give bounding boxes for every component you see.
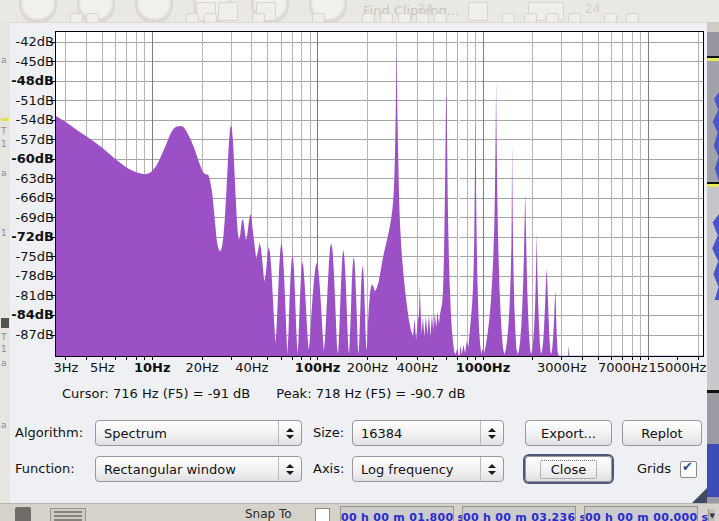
track-text-fragment: T — [1, 332, 7, 342]
spinner-arrows-icon[interactable] — [278, 457, 301, 481]
track-border-fragment — [1, 118, 9, 121]
small-tool-ghost — [312, 13, 325, 22]
x-tick-label: 5Hz — [90, 360, 115, 375]
peak-readout: Peak: 718 Hz (F5) = -90.7 dB — [276, 386, 465, 401]
export-button-label: Export... — [541, 426, 596, 441]
small-tool-ghost — [434, 13, 447, 22]
tool-button-ghost — [468, 2, 488, 21]
waveform-fragment — [707, 444, 719, 497]
function-value: Rectangular window — [96, 462, 278, 477]
track-text-fragment: T — [1, 126, 7, 136]
track-text-fragment: a — [1, 358, 7, 368]
function-label: Function: — [15, 456, 75, 482]
resize-grip-icon[interactable] — [692, 488, 707, 503]
background-top-toolbar: Find Clipping... 24 24 — [0, 0, 719, 22]
small-tool-ghost — [380, 13, 393, 22]
algorithm-label: Algorithm: — [15, 420, 83, 446]
spinner-arrows-icon[interactable] — [480, 421, 503, 445]
track-text-fragment: a — [1, 420, 7, 430]
algorithm-value: Spectrum — [96, 426, 278, 441]
spinner-arrows-icon[interactable] — [480, 457, 503, 481]
checkmark-icon: ✔ — [682, 459, 693, 474]
spectrum-plot[interactable] — [45, 26, 711, 366]
grids-label: Grids — [637, 456, 671, 482]
toolbar-icon-fragment — [50, 508, 86, 521]
screen: Find Clipping... 24 24 a T 1 a 1 T 1 a a — [0, 0, 719, 521]
x-tick-label: 7000Hz — [598, 360, 648, 375]
time-value: 00 h 00 m 03.236 s — [463, 511, 586, 521]
transport-button-ghost — [19, 0, 57, 22]
size-select[interactable]: 16384 — [352, 420, 504, 446]
small-tool-ghost — [524, 13, 537, 22]
time-field[interactable]: 00 h 00 m 01.800 s ▼ — [340, 506, 454, 521]
background-bottom-toolbar: Snap To 00 h 00 m 01.800 s ▼ 00 h 00 m 0… — [0, 503, 719, 521]
small-tool-ghost — [416, 13, 429, 22]
replot-button[interactable]: Replot — [622, 420, 702, 446]
snap-to-label: Snap To — [245, 507, 292, 521]
time-value: 00 h 00 m 00.000 s — [585, 511, 708, 521]
tool-button-ghost — [218, 2, 238, 21]
x-tick-label: 3000Hz — [537, 360, 587, 375]
x-tick-label: 3Hz — [53, 360, 78, 375]
chevron-down-icon[interactable]: ▼ — [708, 509, 714, 521]
size-label: Size: — [313, 420, 344, 446]
x-tick-label: 40Hz — [235, 360, 268, 375]
cursor-readout: Cursor: 716 Hz (F5) = -91 dB — [62, 386, 250, 401]
track-text-fragment: 1 — [1, 344, 7, 354]
x-tick-label: 15000Hz — [648, 360, 706, 375]
axis-label: Axis: — [313, 456, 344, 482]
ghost-number: 24 — [585, 2, 600, 16]
x-tick-label: 20Hz — [185, 360, 218, 375]
replot-button-label: Replot — [641, 426, 682, 441]
x-tick-label: 10Hz — [134, 360, 171, 375]
axis-select[interactable]: Log frequency — [352, 456, 504, 482]
track-text-fragment: a — [1, 168, 7, 178]
x-tick-label: 200Hz — [347, 360, 388, 375]
axis-value: Log frequency — [353, 462, 480, 477]
small-tool-ghost — [604, 13, 617, 22]
small-tool-ghost — [86, 13, 99, 22]
function-select[interactable]: Rectangular window — [95, 456, 302, 482]
track-text-fragment: 1 — [1, 228, 7, 238]
close-button[interactable]: Close — [525, 456, 612, 482]
toolbar-icon-fragment — [15, 507, 31, 521]
track-block-fragment — [1, 318, 9, 328]
small-tool-ghost — [568, 13, 581, 22]
export-button[interactable]: Export... — [525, 420, 612, 446]
bg-slice — [707, 393, 719, 444]
small-tool-ghost — [502, 13, 515, 22]
x-tick-label: 400Hz — [396, 360, 437, 375]
small-tool-ghost — [252, 13, 265, 22]
small-tool-ghost — [362, 13, 375, 22]
algorithm-select[interactable]: Spectrum — [95, 420, 302, 446]
small-tool-ghost — [186, 13, 199, 22]
small-tool-ghost — [626, 13, 639, 22]
track-text-fragment: 1 — [1, 139, 7, 149]
grids-checkbox[interactable]: ✔ — [680, 461, 697, 478]
small-tool-ghost — [204, 13, 217, 22]
snap-to-checkbox[interactable] — [315, 508, 330, 521]
spinner-arrows-icon[interactable] — [278, 421, 301, 445]
time-value: 00 h 00 m 01.800 s — [341, 511, 464, 521]
status-line: Cursor: 716 Hz (F5) = -91 dBPeak: 718 Hz… — [62, 386, 491, 401]
time-field[interactable]: 00 h 00 m 03.236 s ▼ — [462, 506, 576, 521]
x-tick-label: 1000Hz — [456, 360, 511, 375]
size-value: 16384 — [353, 426, 480, 441]
track-text-fragment: a — [1, 55, 7, 65]
small-tool-ghost — [546, 13, 559, 22]
transport-button-ghost — [135, 0, 173, 22]
close-button-label: Close — [540, 460, 597, 479]
x-tick-label: 100Hz — [295, 360, 341, 375]
time-field[interactable]: 00 h 00 m 00.000 s ▼ — [584, 506, 698, 521]
frequency-analysis-dialog: -42dB-45dB-48dB-51dB-54dB-57dB-60dB-63dB… — [10, 22, 707, 504]
small-tool-ghost — [70, 13, 83, 22]
small-tool-ghost — [398, 13, 411, 22]
